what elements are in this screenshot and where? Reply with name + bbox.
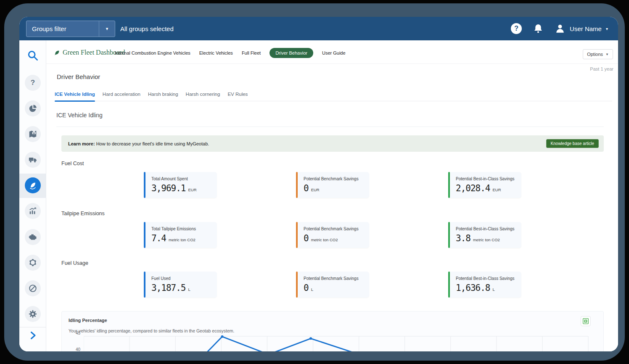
search-icon bbox=[27, 50, 39, 61]
metric-card-accent-bar bbox=[296, 172, 298, 198]
metric-card-label: Potential Best-in-Class Savings bbox=[456, 227, 516, 231]
metric-group-label: Tailpipe Emissions bbox=[61, 211, 105, 216]
user-name: User Name bbox=[570, 25, 602, 32]
gear-icon bbox=[28, 309, 37, 319]
question-mark-icon: ? bbox=[31, 79, 35, 87]
metric-card-accent-bar bbox=[448, 172, 450, 198]
metric-card-value: 0 bbox=[304, 183, 309, 193]
metric-card-accent-bar bbox=[144, 272, 145, 298]
metric-card-value: 0 bbox=[304, 233, 309, 243]
metric-card: Total Amount Spent 3,969.1 EUR bbox=[144, 172, 217, 198]
metric-card-accent-bar bbox=[448, 222, 450, 248]
sidebar-expand-button[interactable] bbox=[19, 330, 46, 346]
metric-card-label: Potential Benchmark Savings bbox=[304, 227, 364, 231]
y-tick-45: 45 bbox=[68, 331, 80, 335]
sidebar: ? bbox=[19, 40, 46, 351]
help-icon[interactable]: ? bbox=[511, 23, 522, 34]
groups-filter-dropdown[interactable]: Groups filter ▾ bbox=[26, 21, 115, 37]
tab-hard-acceleration[interactable]: Hard acceleration bbox=[103, 90, 140, 101]
metric-card: Potential Best-in-Class Savings 3.8 metr… bbox=[448, 222, 521, 248]
sidebar-item-help[interactable]: ? bbox=[19, 75, 46, 91]
tab-ice-vehicle-idling[interactable]: ICE Vehicle Idling bbox=[55, 90, 95, 101]
leaf-sustainability-icon bbox=[28, 181, 37, 190]
knowledge-base-button[interactable]: Knowledge base article bbox=[546, 139, 599, 148]
metric-card-label: Potential Benchmark Savings bbox=[304, 276, 364, 281]
metric-card-value: 3,969.1 bbox=[151, 183, 186, 193]
metric-card-accent-bar bbox=[296, 272, 298, 298]
bar-chart-trend-icon bbox=[28, 206, 37, 216]
section-title: ICE Vehicle Idling bbox=[56, 112, 103, 119]
sidebar-item-map[interactable] bbox=[19, 126, 46, 142]
tab-harsh-braking[interactable]: Harsh braking bbox=[148, 90, 178, 101]
metric-card-unit: EUR bbox=[188, 187, 197, 192]
section-divider bbox=[56, 127, 604, 127]
metric-card: Fuel Used 3,187.5 L bbox=[144, 272, 217, 298]
tab-harsh-cornering[interactable]: Harsh cornering bbox=[186, 90, 220, 101]
metric-card-row: Total Amount Spent 3,969.1 EUR Potential… bbox=[144, 172, 521, 198]
metric-card-unit: EUR bbox=[311, 187, 320, 192]
avatar-icon bbox=[555, 23, 566, 34]
metric-card-value: 2,028.4 bbox=[456, 183, 490, 193]
metric-card-accent-bar bbox=[296, 222, 298, 248]
notifications-bell-icon[interactable] bbox=[533, 23, 544, 34]
metric-card: Potential Best-in-Class Savings 2,028.4 … bbox=[448, 172, 521, 198]
idling-line-plot bbox=[84, 333, 592, 351]
metric-card-unit: metric ton CO2 bbox=[169, 237, 196, 242]
main-content: Green Fleet Dashboard Internal Combustio… bbox=[46, 40, 618, 351]
sidebar-item-vehicles[interactable] bbox=[19, 152, 46, 168]
metric-card: Potential Best-in-Class Savings 1,636.8 … bbox=[448, 272, 521, 298]
sidebar-item-reports[interactable] bbox=[19, 203, 46, 219]
idling-percentage-chart-card: Idling Percentage Your vehicles' idling … bbox=[61, 311, 604, 351]
metric-card: Total Tailpipe Emissions 7.4 metric ton … bbox=[144, 222, 217, 248]
pie-chart-icon bbox=[28, 104, 37, 113]
export-excel-button[interactable] bbox=[581, 316, 591, 326]
sidebar-item-rules[interactable] bbox=[19, 280, 46, 296]
sidebar-item-sustainability[interactable] bbox=[19, 177, 46, 193]
nav-driver-behavior[interactable]: Driver Behavior bbox=[270, 48, 313, 58]
metric-card-label: Total Amount Spent bbox=[151, 177, 212, 181]
metric-card-label: Fuel Used bbox=[151, 276, 212, 281]
dashboard-brand: Green Fleet Dashboard bbox=[54, 49, 125, 56]
sidebar-item-productivity[interactable] bbox=[19, 100, 46, 116]
excel-export-icon bbox=[582, 318, 589, 324]
metric-card-label: Potential Benchmark Savings bbox=[304, 177, 364, 181]
metric-card-accent-bar bbox=[144, 222, 145, 248]
sidebar-item-settings[interactable] bbox=[19, 306, 46, 322]
metric-group-label: Fuel Cost bbox=[61, 161, 84, 166]
metric-card-row: Total Tailpipe Emissions 7.4 metric ton … bbox=[144, 222, 521, 248]
nav-full-fleet[interactable]: Full Fleet bbox=[242, 50, 261, 55]
map-icon bbox=[28, 129, 37, 139]
user-menu[interactable]: User Name ▾ bbox=[555, 23, 608, 34]
nav-electric-vehicles[interactable]: Electric Vehicles bbox=[199, 50, 233, 55]
metric-card-label: Potential Best-in-Class Savings bbox=[456, 276, 516, 281]
metric-card-value: 1,636.8 bbox=[456, 283, 490, 293]
sidebar-item-engine[interactable] bbox=[19, 229, 46, 245]
metric-card: Potential Benchmark Savings 0 EUR bbox=[296, 172, 369, 198]
header-divider bbox=[46, 63, 618, 64]
sidebar-item-groups[interactable] bbox=[19, 255, 46, 271]
nav-user-guide[interactable]: User Guide bbox=[322, 50, 346, 55]
nav-internal-combustion-engine-vehicles[interactable]: Internal Combustion Engine Vehicles bbox=[115, 50, 190, 55]
no-entry-icon bbox=[28, 284, 37, 293]
top-bar: Groups filter ▾ All groups selected ? Us… bbox=[19, 17, 618, 40]
window-frame: Groups filter ▾ All groups selected ? Us… bbox=[4, 3, 625, 361]
metric-card-unit: L bbox=[311, 287, 313, 292]
options-caret-icon: ▼ bbox=[605, 53, 609, 56]
chart-subtitle: Your vehicles' idling percentage, compar… bbox=[69, 328, 234, 333]
metric-card-accent-bar bbox=[448, 272, 450, 298]
metric-card: Potential Benchmark Savings 0 metric ton… bbox=[296, 222, 369, 248]
metric-card-unit: metric ton CO2 bbox=[311, 237, 338, 242]
metric-card-value: 7.4 bbox=[151, 233, 166, 243]
user-menu-caret-icon: ▾ bbox=[606, 26, 608, 31]
y-tick-40: 40 bbox=[68, 347, 80, 351]
metric-card-label: Total Tailpipe Emissions bbox=[151, 227, 212, 231]
learn-more-text: Learn more: How to decrease your fleet's… bbox=[68, 141, 209, 146]
sidebar-item-search[interactable] bbox=[19, 50, 46, 66]
expand-chevron-icon bbox=[28, 330, 38, 340]
tab-ev-rules[interactable]: EV Rules bbox=[227, 90, 248, 101]
options-button[interactable]: Options▼ bbox=[583, 49, 613, 59]
metric-card-unit: L bbox=[188, 287, 190, 292]
groups-filter-label[interactable]: Groups filter bbox=[26, 21, 99, 37]
groups-filter-caret[interactable]: ▾ bbox=[99, 21, 115, 37]
truck-icon bbox=[28, 155, 37, 164]
